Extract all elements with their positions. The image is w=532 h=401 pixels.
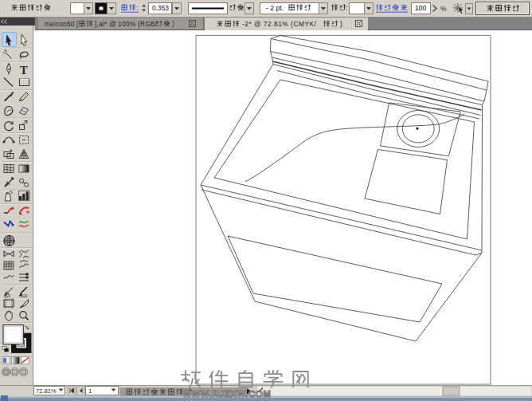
svg-text:72.81%: 72.81%: [36, 387, 57, 395]
svg-text:100: 100: [415, 4, 427, 12]
svg-text:T: T: [20, 64, 28, 77]
svg-text:-2* @ 72.81% (CMYK/: -2* @ 72.81% (CMYK/: [242, 20, 317, 28]
svg-text::: :: [346, 4, 348, 12]
svg-text:- 2 pt.: - 2 pt.: [266, 4, 284, 12]
svg-text:): ): [172, 21, 174, 28]
svg-text:%: %: [440, 5, 447, 13]
svg-text:): ): [340, 20, 342, 28]
svg-text:].ai* @ 100% (RGB/: ].ai* @ 100% (RGB/: [95, 21, 158, 28]
svg-text:1: 1: [88, 387, 92, 395]
svg-text::: :: [405, 4, 408, 12]
svg-text:0.353: 0.353: [152, 4, 169, 12]
svg-text:meicon50 [: meicon50 [: [45, 21, 79, 28]
svg-text::: :: [136, 4, 139, 12]
svg-text:110: 110: [21, 293, 27, 298]
svg-text:110: 110: [4, 293, 10, 298]
svg-text:WWW.RJZXW.COM: WWW.RJZXW.COM: [182, 389, 271, 399]
